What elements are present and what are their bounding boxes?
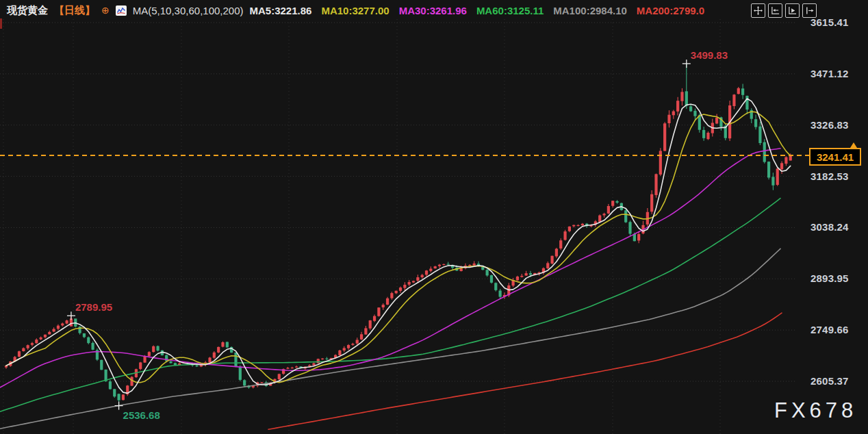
y-axis-tick-label: 3326.83 bbox=[810, 119, 849, 131]
y-axis-tick-label: 2749.66 bbox=[810, 324, 849, 335]
candles-layer bbox=[5, 64, 792, 406]
ma-legend-ma5: MA5:3221.86 bbox=[250, 5, 312, 16]
detach-right-button[interactable] bbox=[802, 3, 817, 18]
chart-header: 现货黄金 【日线】 ⊕ MA(5,10,30,60,100,200) MA5:3… bbox=[7, 3, 704, 17]
fx678-watermark: FX678 bbox=[774, 398, 857, 423]
y-axis-tick-label: 2893.95 bbox=[810, 272, 849, 284]
chart-window: 现货黄金 【日线】 ⊕ MA(5,10,30,60,100,200) MA5:3… bbox=[0, 0, 868, 434]
scroll-axis-left-button[interactable] bbox=[768, 3, 782, 18]
price-annotation: 2536.68 bbox=[123, 409, 160, 421]
y-axis-tick-label: 2605.37 bbox=[810, 375, 849, 387]
ma-params-label[interactable]: MA(5,10,30,60,100,200) bbox=[133, 5, 244, 16]
ma-legend-ma10: MA10:3277.00 bbox=[321, 5, 389, 16]
ma-legend-ma30: MA30:3261.96 bbox=[399, 5, 467, 16]
left-axis-label-remnant: 8 bbox=[0, 170, 3, 181]
left-axis-label-remnant: 8 bbox=[0, 68, 3, 78]
ma-legend-ma60: MA60:3125.11 bbox=[476, 5, 544, 16]
price-annotation: 3499.83 bbox=[691, 49, 728, 61]
grid-layer bbox=[0, 19, 795, 434]
extreme-markers-layer bbox=[67, 60, 691, 410]
timeframe-label[interactable]: 【日线】 bbox=[54, 4, 95, 17]
scroll-axis-right-button[interactable] bbox=[785, 3, 800, 18]
y-axis-tick-label: 3038.24 bbox=[810, 221, 849, 233]
y-axis-tick-label: 3615.41 bbox=[810, 16, 849, 28]
y-axis-tick-label: 3471.12 bbox=[810, 68, 849, 79]
ma-legend-ma100: MA100:2984.10 bbox=[553, 5, 627, 16]
left-axis-label-remnant bbox=[0, 18, 2, 29]
symbol-title: 现货黄金 bbox=[7, 4, 48, 17]
ma-legend-ma200: MA200:2799.0 bbox=[637, 5, 704, 16]
ma-legend: MA5:3221.86MA10:3277.00MA30:3261.96MA60:… bbox=[250, 5, 705, 16]
ma-lines-layer bbox=[0, 99, 791, 429]
price-annotation: 2789.95 bbox=[75, 301, 112, 313]
y-axis-tick-label: 3182.53 bbox=[810, 170, 849, 182]
price-chart-canvas[interactable] bbox=[0, 0, 868, 434]
current-price-tag: 3241.41 bbox=[809, 148, 861, 166]
price-alert-arrow-icon[interactable] bbox=[850, 142, 857, 148]
chart-toolbar bbox=[751, 3, 817, 18]
pan-tool-button[interactable] bbox=[751, 3, 765, 18]
circle-plus-icon[interactable]: ⊕ bbox=[101, 5, 110, 15]
left-axis-label-remnant: 8 bbox=[0, 119, 3, 129]
kline-indicator-icon[interactable] bbox=[116, 5, 127, 16]
